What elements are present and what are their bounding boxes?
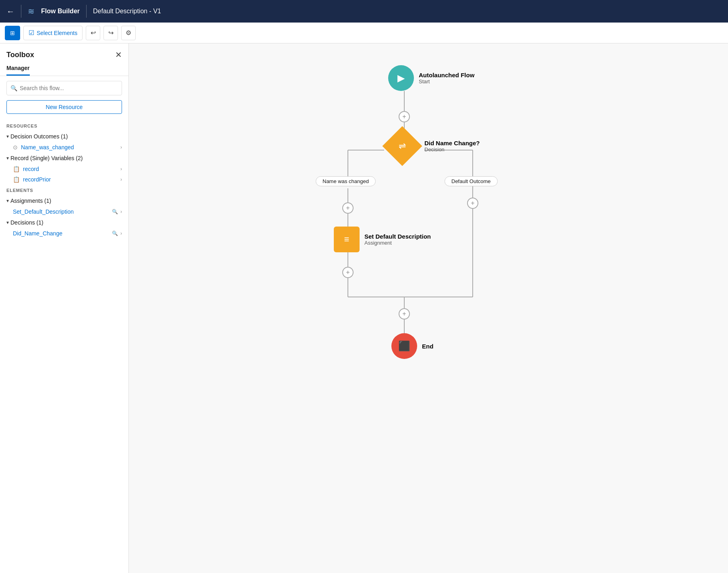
tree-item-decision-name: Did_Name_Change xyxy=(13,230,62,237)
toolbar: ⊞ ☑ Select Elements ↩ ↪ ⚙ xyxy=(0,23,728,43)
elements-section-label: ELEMENTS xyxy=(0,185,128,195)
search-assignment-icon[interactable]: 🔍 xyxy=(112,209,118,214)
chevron-down-icon-2: ▾ xyxy=(6,155,9,161)
chevron-down-icon-3: ▾ xyxy=(6,198,9,204)
plus-button-4[interactable]: + xyxy=(467,198,478,209)
new-resource-button[interactable]: New Resource xyxy=(6,100,122,114)
decision-subtitle: Decision xyxy=(424,146,480,153)
toolbox-tab-manager[interactable]: Manager xyxy=(0,60,128,76)
decision-outcome-icon: ⊙ xyxy=(13,144,18,150)
end-node: ⬛ End xyxy=(391,333,433,359)
tree-item-record[interactable]: 📋 record › xyxy=(0,164,128,174)
chevron-right-icon-4: › xyxy=(120,209,122,214)
end-title: End xyxy=(422,343,433,350)
tree-item-did-name-change[interactable]: Did_Name_Change 🔍 › xyxy=(0,228,128,239)
flow-builder-icon: ≋ xyxy=(28,6,35,16)
canvas-icon: ⊞ xyxy=(10,30,15,36)
start-subtitle: Start xyxy=(419,78,474,85)
tree-item-record-prior-name: recordPrior xyxy=(23,176,51,183)
assignment-title: Set Default Description xyxy=(364,233,431,240)
tree-group-assignments-label: Assignments (1) xyxy=(10,198,51,204)
decision-label: Did Name Change? Decision xyxy=(424,140,480,153)
tree-item-assignment-actions: 🔍 › xyxy=(112,209,122,214)
select-elements-icon: ☑ xyxy=(29,29,34,37)
tree-group-label-2: Record (Single) Variables (2) xyxy=(10,155,83,161)
tree-group-assignments[interactable]: ▾ Assignments (1) xyxy=(0,195,128,206)
tree-item-assignment-name: Set_Default_Description xyxy=(13,208,74,215)
chevron-right-icon-5: › xyxy=(120,231,122,236)
decision-icon: ⇌ xyxy=(399,141,406,151)
tree-item-name: Name_was_changed xyxy=(21,144,74,150)
tree-item-record-name: record xyxy=(23,166,39,172)
end-label: End xyxy=(422,343,433,350)
start-title: Autolaunched Flow xyxy=(419,72,474,78)
tree-item-record-prior[interactable]: 📋 recordPrior › xyxy=(0,174,128,185)
tree-item-name-was-changed[interactable]: ⊙ Name_was_changed › xyxy=(0,142,128,153)
undo-button[interactable]: ↩ xyxy=(86,26,100,40)
chevron-down-icon-4: ▾ xyxy=(6,220,9,225)
plus-button-3[interactable]: + xyxy=(342,267,354,278)
canvas-inner: ▶ Autolaunched Flow Start + ⇌ Did Name C… xyxy=(247,43,610,406)
doc-title: Default Description - V1 xyxy=(93,8,161,15)
assignment-box[interactable]: ≡ xyxy=(334,227,360,252)
tree-group-label: Decision Outcomes (1) xyxy=(10,133,68,140)
select-elements-button[interactable]: ☑ Select Elements xyxy=(23,26,83,40)
outcome-left-label: Name was changed xyxy=(316,176,376,186)
record-icon: 📋 xyxy=(13,166,20,172)
header-divider xyxy=(21,5,21,18)
decision-node: ⇌ Did Name Change? Decision xyxy=(388,132,480,160)
search-input[interactable] xyxy=(6,81,122,95)
plus-button-2[interactable]: + xyxy=(342,202,354,214)
flow-canvas[interactable]: ▶ Autolaunched Flow Start + ⇌ Did Name C… xyxy=(129,43,728,573)
main-layout: Toolbox ✕ Manager 🔍 New Resource RESOURC… xyxy=(0,43,728,573)
toolbox-close-button[interactable]: ✕ xyxy=(115,50,122,60)
chevron-right-icon-2: › xyxy=(120,166,122,172)
resources-section-label: RESOURCES xyxy=(0,120,128,131)
app-title: Flow Builder xyxy=(41,8,80,15)
tree-group-decision-outcomes[interactable]: ▾ Decision Outcomes (1) xyxy=(0,131,128,142)
settings-button[interactable]: ⚙ xyxy=(121,26,136,40)
toolbox-panel: Toolbox ✕ Manager 🔍 New Resource RESOURC… xyxy=(0,43,129,573)
back-button[interactable]: ← xyxy=(6,7,14,16)
toolbox-header: Toolbox ✕ xyxy=(0,43,128,60)
search-wrapper: 🔍 xyxy=(6,81,122,95)
outcome-right-label: Default Outcome xyxy=(445,176,498,186)
tree-group-decisions[interactable]: ▾ Decisions (1) xyxy=(0,217,128,228)
select-elements-label: Select Elements xyxy=(37,30,77,36)
end-circle[interactable]: ⬛ xyxy=(391,333,417,359)
chevron-right-icon-3: › xyxy=(120,177,122,182)
search-decision-icon[interactable]: 🔍 xyxy=(112,231,118,236)
tree-group-decisions-label: Decisions (1) xyxy=(10,219,43,226)
plus-button-1[interactable]: + xyxy=(399,111,410,122)
plus-button-5[interactable]: + xyxy=(399,308,410,319)
record-prior-icon: 📋 xyxy=(13,176,20,183)
toolbox-title: Toolbox xyxy=(6,51,34,59)
chevron-down-icon: ▾ xyxy=(6,134,9,139)
assignment-node: ≡ Set Default Description Assignment xyxy=(334,227,431,252)
toolbox-search: 🔍 xyxy=(0,76,128,100)
decision-title: Did Name Change? xyxy=(424,140,480,146)
header: ← ≋ Flow Builder Default Description - V… xyxy=(0,0,728,23)
start-node: ▶ Autolaunched Flow Start xyxy=(388,65,474,91)
tree-item-decision-actions: 🔍 › xyxy=(112,231,122,236)
toolbox-tab-label: Manager xyxy=(6,65,30,76)
tree-group-record-variables[interactable]: ▾ Record (Single) Variables (2) xyxy=(0,153,128,164)
decision-diamond[interactable]: ⇌ xyxy=(383,126,422,166)
redo-button[interactable]: ↪ xyxy=(103,26,118,40)
chevron-right-icon: › xyxy=(120,144,122,150)
search-icon: 🔍 xyxy=(10,85,17,91)
tree-item-set-default-description[interactable]: Set_Default_Description 🔍 › xyxy=(0,206,128,217)
start-label: Autolaunched Flow Start xyxy=(419,72,474,85)
assignment-subtitle: Assignment xyxy=(364,240,431,246)
start-circle[interactable]: ▶ xyxy=(388,65,414,91)
canvas-button[interactable]: ⊞ xyxy=(5,26,20,40)
header-divider-2 xyxy=(86,5,87,18)
assignment-label: Set Default Description Assignment xyxy=(364,233,431,246)
